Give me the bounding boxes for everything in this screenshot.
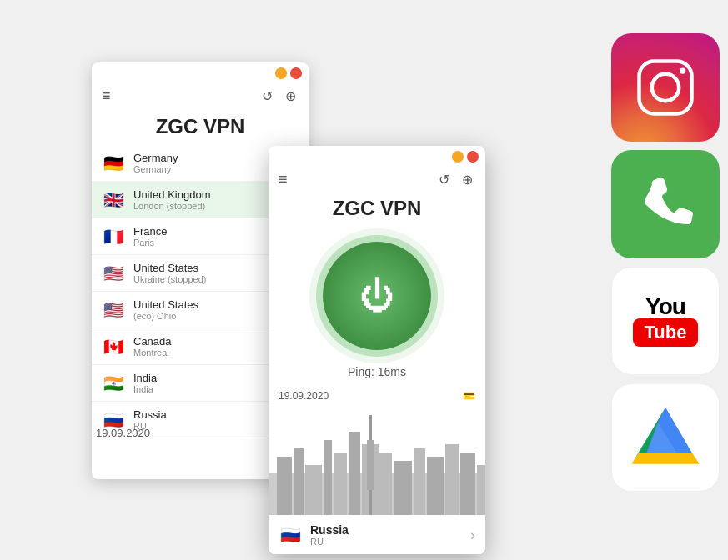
phone-icon-svg [632,171,699,238]
power-icon: ⏻ [359,278,394,313]
power-button[interactable]: ⏻ [323,242,431,350]
power-button-area: ⏻ [269,225,485,358]
close-button-back[interactable] [290,68,302,79]
skyline-svg [269,407,485,515]
youtube-bottom-text: Tube [633,318,699,347]
server-flag: 🇬🇧 [102,192,125,208]
svg-rect-11 [394,461,412,515]
server-flag: 🇮🇳 [102,376,125,391]
date-label-back: 19.09.2020 [96,427,150,439]
svg-rect-3 [305,465,322,515]
minimize-button-front[interactable] [452,151,464,162]
svg-rect-6 [349,432,360,515]
wallet-icon[interactable]: 💳 [463,390,475,402]
menu-icon-back[interactable]: ≡ [102,88,111,105]
svg-rect-14 [445,444,459,515]
svg-rect-15 [460,452,475,515]
country-name: Russia [310,523,462,537]
phone-app-icon[interactable] [611,150,720,258]
server-flag: 🇫🇷 [102,229,125,244]
instagram-app-icon[interactable] [611,33,720,142]
country-code: RU [310,537,462,547]
vpn-title-front: ZGC VPN [269,192,485,225]
app-icons-panel: You Tube [611,33,720,492]
toolbar-icons-front: ↺ ⊕ [435,172,475,188]
server-flag: 🇷🇺 [102,412,125,428]
svg-rect-9 [367,440,374,490]
title-bar-back [92,62,309,84]
youtube-logo: You Tube [633,295,699,347]
country-info: Russia RU [310,523,462,547]
toolbar-back: ≡ ↺ ⊕ [92,84,309,108]
svg-point-18 [652,74,679,101]
svg-rect-16 [477,465,485,515]
svg-rect-10 [377,452,392,515]
vpn-title-back: ZGC VPN [92,108,309,145]
menu-icon-front[interactable]: ≡ [279,171,288,188]
server-flag: 🇺🇸 [102,302,125,318]
refresh-icon-back[interactable]: ↺ [259,88,275,105]
chevron-right-icon: › [470,527,475,544]
google-drive-app-icon[interactable] [611,383,720,492]
date-label-front: 19.09.2020 [279,390,329,402]
close-button-front[interactable] [467,151,479,162]
server-flag: 🇨🇦 [102,339,125,354]
country-selector[interactable]: 🇷🇺 Russia RU › [269,515,485,554]
ping-label: Ping: 16ms [269,358,485,385]
server-flag: 🇺🇸 [102,266,125,281]
svg-rect-5 [334,452,347,515]
date-wallet-row: 19.09.2020 💳 [269,385,485,407]
youtube-top-text: You [645,295,685,318]
minimize-button-back[interactable] [275,68,287,79]
svg-rect-1 [277,457,292,515]
toolbar-icons-back: ↺ ⊕ [259,88,299,105]
skyline-area [269,407,485,515]
vpn-window-front: ≡ ↺ ⊕ ZGC VPN ⏻ Ping: 16ms 19.09.2020 💳 [269,146,485,554]
server-flag: 🇩🇪 [102,156,125,171]
svg-point-19 [680,68,685,74]
refresh-icon-front[interactable]: ↺ [435,172,452,188]
svg-rect-4 [324,440,332,515]
svg-rect-2 [294,448,304,515]
youtube-app-icon[interactable]: You Tube [611,267,720,375]
toolbar-front: ≡ ↺ ⊕ [269,168,485,192]
title-bar-front [269,146,485,168]
instagram-icon-svg [628,50,703,125]
drive-icon-svg [628,400,703,475]
add-icon-back[interactable]: ⊕ [282,88,299,105]
country-flag: 🇷🇺 [279,523,302,547]
svg-marker-25 [632,452,700,464]
svg-rect-13 [427,457,444,515]
svg-rect-12 [414,448,425,515]
add-icon-front[interactable]: ⊕ [459,172,475,188]
